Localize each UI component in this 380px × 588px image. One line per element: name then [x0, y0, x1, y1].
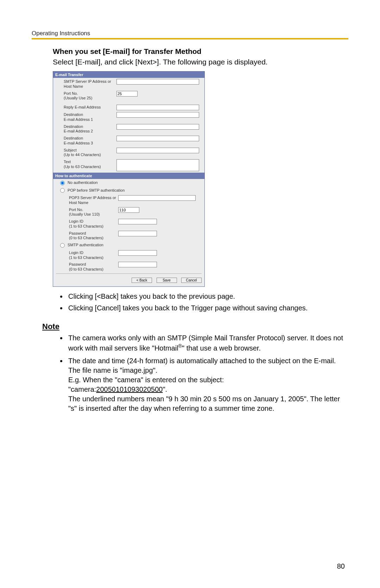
note-bullets: The camera works only with an SMTP (Simp… — [67, 333, 348, 414]
radio-text-smtp: SMTP authentication — [68, 243, 103, 247]
textarea-text[interactable] — [116, 159, 199, 171]
label-dest2: Destination E-mail Address 2 — [64, 124, 116, 134]
page: Operating Instructions When you set [E-m… — [0, 0, 380, 588]
radio-label-pop[interactable]: POP before SMTP authentication — [60, 188, 125, 192]
radio-text-none: No authentication — [68, 180, 98, 185]
row-dest2: Destination E-mail Address 2 — [53, 123, 204, 135]
radio-no-auth[interactable] — [60, 181, 65, 185]
label-smtp-login: Login ID (1 to 63 Characters) — [69, 250, 118, 260]
input-smtp-password[interactable] — [118, 262, 157, 267]
header-rule — [32, 38, 348, 39]
row-dest3: Destination E-mail Address 3 — [53, 135, 204, 147]
label-pop3-port: Port No. (Usually Use 110) — [69, 207, 118, 217]
label-pop-login: Login ID (1 to 63 Characters) — [69, 218, 118, 229]
label-smtp-port: Port No. (Usually Use 25) — [64, 91, 116, 101]
radio-row-pop: POP before SMTP authentication — [53, 187, 204, 194]
row-subject: Subject (Up to 44 Characters) — [53, 147, 204, 159]
back-button[interactable]: < Back — [132, 278, 152, 283]
row-smtp-server: SMTP Server IP Address or Host Name — [53, 78, 204, 90]
note-2a: The date and time (24-h format) is autom… — [68, 357, 336, 374]
panel-divider — [56, 273, 202, 274]
button-row: < Back Save Cancel — [53, 274, 204, 286]
section-intro: Select [E-mail], and click [Next>]. The … — [53, 58, 348, 66]
label-pop-password: Password (0 to 63 Characters) — [69, 230, 118, 241]
radio-row-none: No authentication — [53, 179, 204, 187]
input-dest2[interactable] — [116, 124, 199, 130]
note-2c-pre: "camera: — [68, 385, 96, 393]
row-pop3-port: Port No. (Usually Use 110) — [53, 206, 204, 218]
row-pop-password: Password (0 to 63 Characters) — [53, 230, 204, 242]
input-dest1[interactable] — [116, 112, 199, 118]
note-2c-number: 20050101093020500 — [96, 385, 163, 393]
label-dest1: Destination E-mail Address 1 — [64, 112, 116, 122]
panel-header-email-transfer: E-mail Transfer — [53, 72, 204, 78]
input-reply-email[interactable] — [116, 105, 199, 110]
input-subject[interactable] — [116, 148, 199, 153]
input-pop-password[interactable] — [118, 231, 157, 236]
radio-label-smtp[interactable]: SMTP authentication — [60, 243, 103, 247]
input-smtp-login[interactable] — [118, 250, 157, 256]
cancel-button[interactable]: Cancel — [181, 278, 202, 283]
note-1b: " that use a web browser. — [182, 344, 261, 352]
label-dest3: Destination E-mail Address 3 — [64, 135, 116, 146]
panel-header-auth: How to authenticate — [53, 173, 204, 179]
row-smtp-password: Password (0 to 63 Characters) — [53, 261, 204, 273]
page-number: 80 — [337, 562, 345, 570]
registered-mark: ® — [178, 343, 182, 349]
note-heading: Note — [42, 322, 348, 331]
save-button[interactable]: Save — [157, 278, 177, 283]
input-pop3-server[interactable] — [118, 195, 196, 201]
note-2b: E.g. When the "camera" is entered on the… — [68, 376, 224, 384]
radio-label-none[interactable]: No authentication — [60, 180, 98, 185]
bullet-cancel: Clicking [Cancel] takes you back to the … — [67, 303, 348, 313]
input-pop3-port[interactable] — [118, 207, 139, 213]
label-text: Text (Up to 63 Characters) — [64, 159, 116, 169]
section-heading: When you set [E-mail] for Transfer Metho… — [53, 47, 348, 56]
row-smtp-port: Port No. (Usually Use 25) — [53, 90, 204, 102]
note-2c-post: ". — [163, 385, 167, 393]
input-dest3[interactable] — [116, 136, 199, 141]
row-smtp-login: Login ID (1 to 63 Characters) — [53, 249, 204, 261]
radio-pop-before-smtp[interactable] — [60, 188, 65, 193]
running-head: Operating Instructions — [32, 30, 348, 37]
label-subject: Subject (Up to 44 Characters) — [64, 147, 116, 158]
row-reply-email: Reply E-mail Address — [53, 104, 204, 111]
input-pop-login[interactable] — [118, 219, 157, 224]
row-pop3-server: POP3 Server IP Address or Host Name — [53, 194, 204, 206]
row-pop-login: Login ID (1 to 63 Characters) — [53, 218, 204, 230]
radio-row-smtp: SMTP authentication — [53, 241, 204, 249]
label-smtp-password: Password (0 to 63 Characters) — [69, 261, 118, 272]
row-text: Text (Up to 63 Characters) — [53, 158, 204, 173]
label-pop3-server: POP3 Server IP Address or Host Name — [69, 195, 118, 205]
bullet-back: Clicking [<Back] takes you back to the p… — [67, 292, 348, 301]
note-2d: The underlined numbers mean "9 h 30 min … — [68, 395, 340, 412]
row-dest1: Destination E-mail Address 1 — [53, 111, 204, 123]
email-transfer-panel: E-mail Transfer SMTP Server IP Address o… — [53, 71, 205, 287]
input-smtp-server[interactable] — [116, 79, 199, 85]
label-smtp-server: SMTP Server IP Address or Host Name — [64, 79, 116, 89]
note-item-datetime: The date and time (24-h format) is autom… — [67, 356, 348, 413]
radio-smtp-auth[interactable] — [60, 243, 65, 248]
label-reply-email: Reply E-mail Address — [64, 104, 116, 110]
note-item-smtp: The camera works only with an SMTP (Simp… — [67, 333, 348, 353]
post-ui-bullets: Clicking [<Back] takes you back to the p… — [67, 292, 348, 313]
radio-text-pop: POP before SMTP authentication — [68, 188, 125, 192]
input-smtp-port[interactable] — [116, 91, 138, 97]
